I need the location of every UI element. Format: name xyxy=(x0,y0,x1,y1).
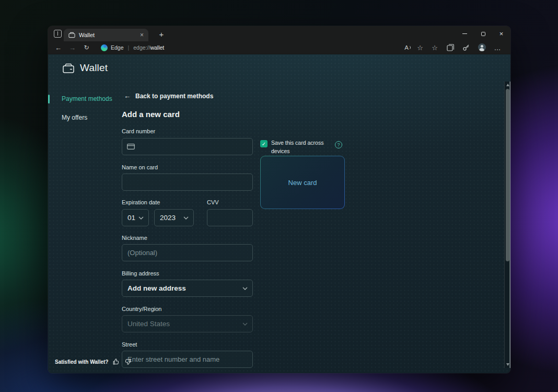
feedback-label: Satisfied with Wallet? xyxy=(55,359,108,365)
expiration-year-select[interactable]: 2023 xyxy=(154,209,194,226)
chevron-down-icon xyxy=(138,216,144,220)
wallet-icon xyxy=(63,63,74,73)
expiration-date-label: Expiration date xyxy=(122,199,160,205)
check-icon: ✓ xyxy=(262,141,266,147)
back-icon[interactable]: ← xyxy=(51,44,65,52)
wallet-tab-icon xyxy=(68,32,75,38)
country-region-select: United States xyxy=(122,315,253,332)
read-aloud-icon[interactable]: A xyxy=(400,44,413,51)
wallet-page: Wallet Payment methods My offers ← Back … xyxy=(48,54,510,373)
page-header: Wallet xyxy=(48,54,108,82)
card-icon xyxy=(127,144,135,149)
scroll-up-arrow-icon[interactable] xyxy=(506,84,509,86)
minimize-icon xyxy=(462,33,467,34)
street-input[interactable] xyxy=(122,351,253,368)
new-card-preview: New card xyxy=(260,156,345,209)
nickname-input[interactable] xyxy=(122,244,253,261)
tab-strip: Wallet × + × xyxy=(48,26,510,41)
tab-actions-icon[interactable] xyxy=(54,30,62,38)
sidebar-item-payment-methods[interactable]: Payment methods xyxy=(62,95,112,102)
address-bar[interactable]: Edge | edge://wallet xyxy=(101,44,164,51)
toolbar-icons: A ☆ ☆ … xyxy=(400,43,510,52)
help-icon[interactable]: ? xyxy=(335,141,342,148)
forward-icon[interactable]: → xyxy=(65,44,79,52)
page-scrollbar[interactable] xyxy=(504,82,510,368)
back-arrow-icon: ← xyxy=(124,92,131,100)
collections-icon[interactable] xyxy=(443,44,458,51)
browser-window: Wallet × + × ← → ↻ Edge | edge://wallet … xyxy=(48,26,510,373)
url-separator: | xyxy=(128,44,130,51)
thumbs-down-icon[interactable] xyxy=(124,359,131,365)
billing-address-select[interactable]: Add new address xyxy=(122,280,253,297)
tab-title: Wallet xyxy=(79,32,95,38)
card-number-field[interactable] xyxy=(122,138,253,155)
active-item-indicator xyxy=(48,95,50,103)
profile-avatar[interactable] xyxy=(474,43,490,52)
street-label: Street xyxy=(122,341,137,348)
address-toolbar: ← → ↻ Edge | edge://wallet A ☆ ☆ … xyxy=(48,41,510,54)
tab-close-icon[interactable]: × xyxy=(140,32,144,38)
country-region-value: United States xyxy=(127,320,170,328)
more-options-icon[interactable]: … xyxy=(490,44,505,52)
form-title: Add a new card xyxy=(122,110,180,119)
cvv-label: CVV xyxy=(207,199,219,205)
scroll-down-arrow-icon[interactable] xyxy=(506,363,509,366)
browser-name-label: Edge xyxy=(111,44,124,51)
url-host: wallet xyxy=(150,44,164,51)
add-favorite-star-icon[interactable]: ☆ xyxy=(413,44,427,52)
favorites-icon[interactable]: ☆ xyxy=(427,44,443,52)
sidebar-item-my-offers[interactable]: My offers xyxy=(62,114,87,121)
chevron-down-icon xyxy=(183,216,189,220)
expiration-month-value: 01 xyxy=(127,214,135,222)
url-scheme: edge:// xyxy=(133,44,150,51)
expiration-year-value: 2023 xyxy=(160,214,176,222)
chevron-down-icon xyxy=(242,287,248,290)
back-to-payment-methods-link[interactable]: ← Back to payment methods xyxy=(124,92,213,100)
save-card-label: Save this card across devices xyxy=(271,139,324,156)
edge-logo-icon xyxy=(101,44,108,51)
chevron-down-icon xyxy=(242,322,248,326)
page-title: Wallet xyxy=(80,62,108,74)
back-link-label: Back to payment methods xyxy=(135,93,213,100)
maximize-button[interactable] xyxy=(474,26,492,41)
minimize-button[interactable] xyxy=(456,26,474,41)
thumbs-up-icon[interactable] xyxy=(113,359,120,365)
window-controls: × xyxy=(456,26,510,41)
save-card-checkbox[interactable]: ✓ xyxy=(260,140,268,147)
billing-address-label: Billing address xyxy=(122,270,159,276)
new-card-label: New card xyxy=(288,179,317,187)
feedback-row: Satisfied with Wallet? xyxy=(55,359,131,365)
card-number-label: Card number xyxy=(122,128,155,134)
nickname-label: Nickname xyxy=(122,235,147,241)
browser-tab-wallet[interactable]: Wallet × xyxy=(64,29,148,41)
billing-address-value: Add new address xyxy=(127,284,186,292)
country-region-label: Country/Region xyxy=(122,306,161,312)
new-tab-button[interactable]: + xyxy=(155,28,168,40)
expiration-month-select[interactable]: 01 xyxy=(122,209,149,226)
card-number-input[interactable] xyxy=(139,143,248,151)
refresh-icon[interactable]: ↻ xyxy=(79,44,94,51)
maximize-icon xyxy=(481,32,485,36)
scrollbar-thumb[interactable] xyxy=(506,89,509,261)
cvv-input[interactable] xyxy=(207,209,253,226)
desktop-background: Wallet × + × ← → ↻ Edge | edge://wallet … xyxy=(0,0,558,392)
name-on-card-input[interactable] xyxy=(122,174,253,191)
key-icon[interactable] xyxy=(458,44,474,51)
close-button[interactable]: × xyxy=(492,26,510,41)
name-on-card-label: Name on card xyxy=(122,164,158,170)
